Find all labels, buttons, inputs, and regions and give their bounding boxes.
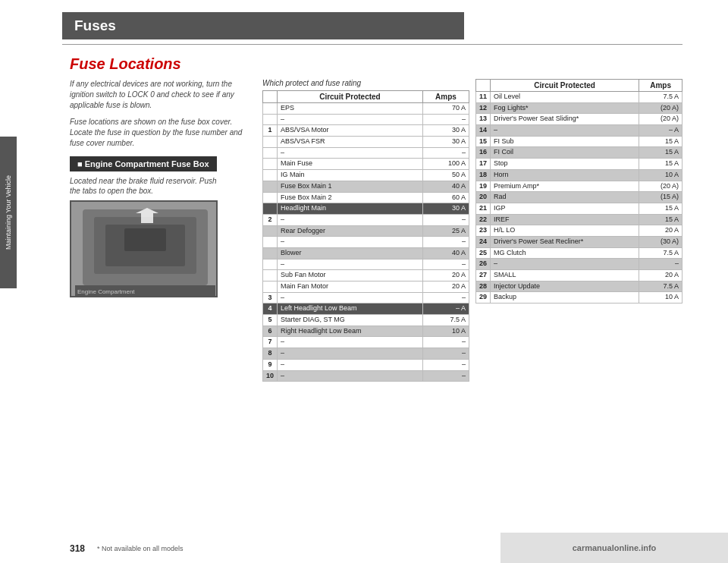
circuit-name: –	[278, 292, 423, 304]
col-circuit1: Circuit Protected	[278, 91, 423, 103]
right-section: Which protect and fuse rating Circuit Pr…	[262, 79, 682, 382]
page-content: Fuse Locations If any electrical devices…	[17, 48, 728, 389]
table-row: 23H/L LO20 A	[476, 225, 682, 237]
circuit-name: FI Coil	[491, 147, 639, 159]
table-row: ––	[263, 237, 469, 248]
table-row: 22IREF15 A	[476, 214, 682, 225]
row-number	[263, 203, 278, 215]
circuit-name: Fuse Box Main 1	[278, 181, 423, 192]
circuit-name: –	[278, 348, 423, 360]
amps-value: 15 A	[639, 203, 682, 214]
watermark: carmanualonline.info	[500, 533, 728, 563]
table-row: 27SMALL20 A	[476, 270, 682, 282]
two-col-layout: If any electrical devices are not workin…	[70, 79, 682, 382]
amps-value: 15 A	[639, 159, 682, 170]
circuit-name: –	[278, 114, 423, 125]
circuit-name: Right Headlight Low Beam	[278, 326, 423, 337]
table-row: Fuse Box Main 260 A	[263, 192, 469, 203]
circuit-name: Stop	[491, 159, 639, 170]
row-number: 23	[476, 225, 491, 237]
amps-value: 10 A	[639, 169, 682, 181]
amps-value: 40 A	[422, 247, 469, 259]
circuit-name: Rad	[491, 192, 639, 203]
amps-value: 20 A	[422, 270, 469, 282]
amps-value: –	[422, 214, 469, 225]
amps-value: 70 A	[422, 103, 469, 115]
engine-svg: Engine Compartment	[71, 202, 218, 297]
sidebar-tab: Maintaining Your Vehicle	[0, 137, 17, 288]
footnote: * Not available on all models	[97, 545, 184, 552]
amps-value: 15 A	[639, 214, 682, 225]
table-row: Headlight Main30 A	[263, 203, 469, 215]
circuit-name: IREF	[491, 214, 639, 225]
amps-value: 7.5 A	[639, 92, 682, 103]
table-row: 24Driver's Power Seat Recliner*(30 A)	[476, 236, 682, 247]
table-row: 11Oil Level7.5 A	[476, 92, 682, 103]
main-content: Fuses Fuse Locations If any electrical d…	[17, 0, 728, 563]
circuit-name: –	[491, 259, 639, 270]
circuit-name: –	[278, 237, 423, 248]
amps-value: –	[422, 147, 469, 159]
row-number: 15	[476, 136, 491, 147]
table-row: 2––	[263, 214, 469, 225]
col-num	[263, 91, 278, 103]
table-row: IG Main50 A	[263, 170, 469, 181]
amps-value: 50 A	[422, 170, 469, 181]
table-row: 5Starter DIAG, ST MG7.5 A	[263, 315, 469, 326]
table2: Circuit Protected Amps 11Oil Level7.5 A1…	[475, 79, 682, 304]
table1-subtitle: Which protect and fuse rating	[262, 79, 469, 87]
circuit-name: Premium Amp*	[491, 181, 639, 192]
amps-value: –	[422, 370, 469, 382]
engine-image: Engine Compartment	[70, 200, 218, 297]
table-row: Sub Fan Motor20 A	[263, 270, 469, 282]
circuit-name: –	[278, 147, 423, 159]
table-row: 13Driver's Power Seat Sliding*(20 A)	[476, 114, 682, 125]
table-row: ABS/VSA FSR30 A	[263, 137, 469, 148]
circuit-name: Rear Defogger	[278, 225, 423, 237]
amps-value: 40 A	[422, 181, 469, 192]
circuit-name: Blower	[278, 247, 423, 259]
amps-value: –	[639, 259, 682, 270]
amps-value: 10 A	[639, 292, 682, 304]
amps-value: 30 A	[422, 203, 469, 215]
table-row: 4Left Headlight Low Beam– A	[263, 304, 469, 315]
amps-value: (20 A)	[639, 181, 682, 192]
table-row: Fuse Box Main 140 A	[263, 181, 469, 192]
circuit-name: Fog Lights*	[491, 102, 639, 114]
circuit-name: FI Sub	[491, 136, 639, 147]
circuit-name: –	[278, 359, 423, 370]
intro-para2: Fuse locations are shown on the fuse box…	[70, 117, 252, 149]
row-number	[263, 270, 278, 282]
row-number	[263, 192, 278, 203]
circuit-name: Main Fuse	[278, 159, 423, 170]
table-row: 14–– A	[476, 125, 682, 137]
section-title: Fuse Locations	[70, 55, 682, 73]
col-amps1: Amps	[422, 91, 469, 103]
circuit-name: Horn	[491, 169, 639, 181]
table-row: 26––	[476, 259, 682, 270]
row-number: 22	[476, 214, 491, 225]
row-number: 7	[263, 337, 278, 348]
col-num2	[476, 80, 491, 92]
table1-container: Which protect and fuse rating Circuit Pr…	[262, 79, 469, 382]
amps-value: 20 A	[422, 282, 469, 293]
circuit-name: H/L LO	[491, 225, 639, 237]
svg-text:Engine Compartment: Engine Compartment	[77, 288, 135, 295]
amps-value: 30 A	[422, 125, 469, 137]
amps-value: –	[422, 292, 469, 304]
table2-container: Circuit Protected Amps 11Oil Level7.5 A1…	[475, 79, 682, 382]
engine-located-text: Located near the brake fluid reservoir. …	[70, 176, 229, 196]
page-number: 318	[70, 543, 85, 554]
row-number: 11	[476, 92, 491, 103]
circuit-name: Sub Fan Motor	[278, 270, 423, 282]
amps-value: 25 A	[422, 225, 469, 237]
row-number: 28	[476, 281, 491, 292]
row-number	[263, 170, 278, 181]
row-number: 8	[263, 348, 278, 360]
row-number: 13	[476, 114, 491, 125]
col-amps2: Amps	[639, 80, 682, 92]
row-number: 25	[476, 247, 491, 259]
amps-value: –	[422, 359, 469, 370]
table-row: 25MG Clutch7.5 A	[476, 247, 682, 259]
left-column: If any electrical devices are not workin…	[70, 79, 252, 382]
